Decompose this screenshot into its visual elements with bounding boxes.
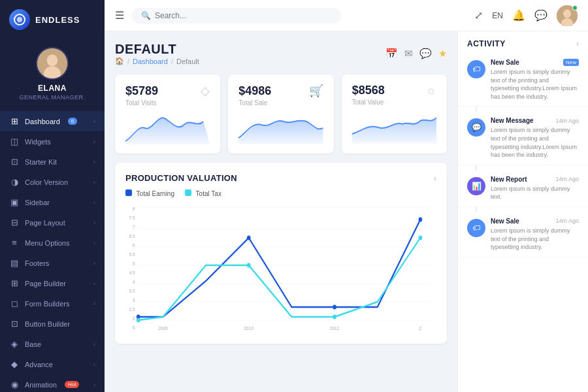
sidebar-item-starter-kit[interactable]: ⊡ Starter Kit › bbox=[0, 152, 105, 172]
mini-chart-0 bbox=[125, 112, 210, 144]
hamburger-icon[interactable]: ☰ bbox=[115, 9, 124, 22]
nav-chevron-menu-options: › bbox=[93, 240, 95, 246]
activity-content-1: New Message 14m Ago Lorem Ipsum is simpl… bbox=[491, 117, 579, 159]
stat-label-0: Total Visits bbox=[125, 99, 210, 106]
svg-point-6 bbox=[563, 9, 571, 18]
nav-icon-footers: ▤ bbox=[9, 258, 20, 268]
nav-label-page-layout: Page Layout bbox=[25, 219, 65, 227]
svg-text:5: 5 bbox=[133, 260, 135, 267]
nav-icon-menu-options: ≡ bbox=[9, 238, 20, 248]
activity-text-1: Lorem Ipsum is simply dummy text of the … bbox=[491, 126, 579, 159]
nav-chevron-dashboard: › bbox=[93, 118, 95, 125]
nav-icon-animation: ◉ bbox=[9, 380, 20, 389]
activity-content-0: New Sale New Lorem Ipsum is simply dummy… bbox=[491, 59, 579, 101]
search-icon: 🔍 bbox=[141, 11, 151, 20]
svg-text:3.5: 3.5 bbox=[129, 287, 135, 294]
svg-text:3: 3 bbox=[133, 297, 135, 303]
page-title: DEFAULT bbox=[115, 42, 199, 57]
search-box: 🔍 bbox=[132, 8, 341, 24]
online-indicator bbox=[572, 5, 578, 10]
nav-icon-widgets: ◫ bbox=[9, 137, 20, 146]
chart-header: PRODUCTION VALUATION ‹ bbox=[125, 173, 436, 183]
sidebar-item-animation[interactable]: ◉ Animation Hot › bbox=[0, 374, 105, 392]
brand-logo bbox=[9, 9, 30, 30]
nav-chevron-page-layout: › bbox=[93, 220, 95, 226]
svg-point-35 bbox=[333, 305, 336, 310]
svg-text:4.5: 4.5 bbox=[129, 269, 135, 276]
sidebar-item-button-builder[interactable]: ⊡ Button Builder bbox=[0, 314, 105, 334]
svg-text:2: 2 bbox=[419, 325, 422, 331]
nav-chevron-starter-kit: › bbox=[93, 159, 95, 165]
nav-label-animation: Animation bbox=[25, 381, 57, 389]
svg-text:2011: 2011 bbox=[330, 325, 340, 331]
sidebar-item-sidebar[interactable]: ▣ Sidebar › bbox=[0, 192, 105, 212]
svg-text:2: 2 bbox=[133, 315, 135, 321]
activity-top-2: New Report 14m Ago bbox=[491, 176, 579, 183]
brand-name: ENDLESS bbox=[35, 15, 80, 25]
nav-chevron-color-version: › bbox=[93, 179, 95, 186]
svg-text:7.5: 7.5 bbox=[129, 214, 135, 221]
svg-text:4: 4 bbox=[133, 278, 135, 285]
main-panel: DEFAULT 🏠 / Dashboard / Default 📅 ✉ 💬 ★ bbox=[105, 31, 457, 392]
topbar-right: ⤢ EN 🔔 💬 bbox=[474, 5, 578, 26]
svg-point-39 bbox=[333, 315, 336, 319]
mail-icon[interactable]: ✉ bbox=[404, 48, 413, 59]
stat-top-1: $4986 🛒 bbox=[238, 84, 323, 98]
message-icon[interactable]: 💬 bbox=[534, 9, 547, 22]
nav-icon-page-builder: ⊞ bbox=[9, 278, 20, 288]
sidebar-item-footers[interactable]: ▤ Footers › bbox=[0, 253, 105, 273]
activity-item-3: 🏷 New Sale 14m Ago Lorem Ipsum is simply… bbox=[458, 212, 588, 257]
legend-dot-tax bbox=[185, 189, 191, 196]
calendar-icon[interactable]: 📅 bbox=[385, 48, 398, 59]
stat-label-2: Total Value bbox=[352, 99, 436, 106]
search-input[interactable] bbox=[155, 11, 332, 20]
stat-value-0: $5789 bbox=[125, 84, 158, 98]
chart-collapse-icon[interactable]: ‹ bbox=[434, 174, 436, 183]
nav-icon-page-layout: ⊟ bbox=[9, 218, 20, 227]
sidebar-item-color-version[interactable]: ◑ Color Version › bbox=[0, 172, 105, 192]
sidebar-item-page-layout[interactable]: ⊟ Page Layout › bbox=[0, 212, 105, 233]
activity-item-2: 📊 New Report 14m Ago Lorem Ipsum is simp… bbox=[458, 171, 588, 207]
sidebar-item-menu-options[interactable]: ≡ Menu Options › bbox=[0, 233, 105, 253]
svg-text:7: 7 bbox=[133, 223, 135, 230]
user-avatar[interactable] bbox=[557, 5, 578, 26]
legend-tax: Total Tax bbox=[185, 189, 221, 197]
stat-icon-0: ◇ bbox=[201, 84, 210, 98]
stats-grid: $5789 ◇ Total Visits $4986 bbox=[115, 74, 447, 154]
svg-text:0: 0 bbox=[133, 324, 135, 331]
activity-panel: ACTIVITY ‹ 🏷 New Sale New Lorem Ipsum is… bbox=[457, 31, 588, 392]
nav-badge-animation: Hot bbox=[65, 381, 79, 388]
chart-area: 8 7.5 7 6.5 6 5.5 5 4.5 4 3.5 3 2.5 2 0 bbox=[125, 203, 436, 333]
sidebar-item-widgets[interactable]: ◫ Widgets › bbox=[0, 131, 105, 152]
svg-text:6: 6 bbox=[133, 242, 135, 248]
sidebar-item-base[interactable]: ◈ Base › bbox=[0, 334, 105, 354]
nav-icon-starter-kit: ⊡ bbox=[9, 157, 20, 167]
activity-top-1: New Message 14m Ago bbox=[491, 117, 579, 124]
sidebar-item-dashboard[interactable]: ⊞ Dashboard 6 › bbox=[0, 111, 105, 131]
nav-icon-sidebar: ▣ bbox=[9, 197, 20, 207]
language-selector[interactable]: EN bbox=[492, 11, 503, 20]
nav-chevron-footers: › bbox=[93, 260, 95, 267]
production-chart: 8 7.5 7 6.5 6 5.5 5 4.5 4 3.5 3 2.5 2 0 bbox=[125, 203, 436, 333]
breadcrumb-dashboard[interactable]: Dashboard bbox=[133, 57, 168, 65]
sidebar-nav: ⊞ Dashboard 6 › ◫ Widgets › ⊡ Starter Ki… bbox=[0, 111, 105, 392]
chat-icon[interactable]: 💬 bbox=[419, 48, 432, 59]
sidebar-item-page-builder[interactable]: ⊞ Page Builder › bbox=[0, 273, 105, 293]
activity-time-1: 14m Ago bbox=[555, 118, 579, 124]
activity-divider-2 bbox=[476, 207, 477, 212]
sidebar-item-advance[interactable]: ◆ Advance › bbox=[0, 354, 105, 374]
expand-icon[interactable]: ⤢ bbox=[474, 9, 483, 22]
breadcrumb-home-icon[interactable]: 🏠 bbox=[115, 57, 124, 65]
topbar: ☰ 🔍 ⤢ EN 🔔 💬 bbox=[105, 0, 588, 31]
notification-icon[interactable]: 🔔 bbox=[512, 9, 525, 22]
activity-toggle[interactable]: ‹ bbox=[576, 39, 579, 48]
chart-section: PRODUCTION VALUATION ‹ Total Earning Tot… bbox=[115, 163, 447, 344]
stat-icon-2: ☼ bbox=[425, 84, 436, 97]
activity-text-0: Lorem Ipsum is simply dummy text of the … bbox=[491, 68, 579, 101]
star-icon[interactable]: ★ bbox=[438, 48, 447, 59]
stat-card-1: $4986 🛒 Total Sale bbox=[228, 74, 333, 154]
svg-text:6.5: 6.5 bbox=[129, 233, 135, 239]
breadcrumb: 🏠 / Dashboard / Default bbox=[115, 57, 199, 65]
sidebar-item-form-builders[interactable]: ◻ Form Builders › bbox=[0, 293, 105, 314]
nav-label-dashboard: Dashboard bbox=[25, 118, 60, 125]
